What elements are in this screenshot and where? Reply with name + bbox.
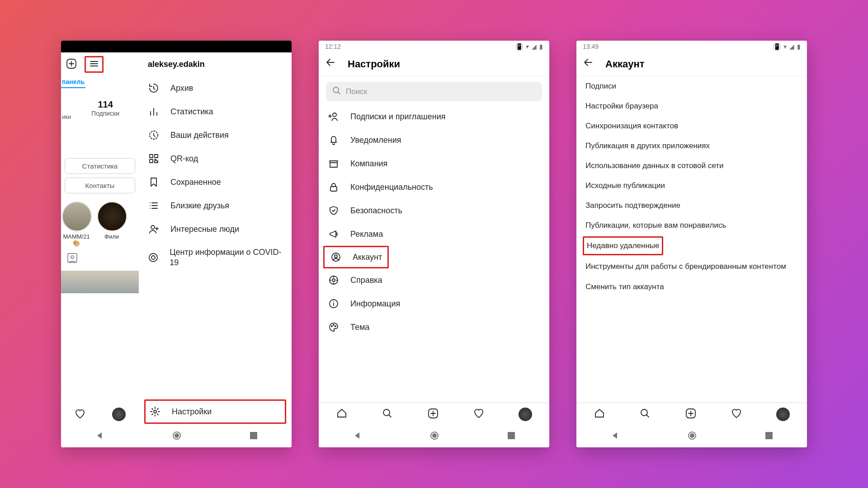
wifi-icon: ▾ (783, 43, 787, 50)
settings-search[interactable]: Поиск (326, 82, 542, 101)
account-item-captions[interactable]: Подписи (576, 76, 807, 96)
account-item-cellular[interactable]: Использование данных в сотовой сети (576, 156, 807, 176)
svg-point-8 (149, 253, 157, 262)
following-count[interactable]: 114 (72, 99, 139, 110)
nav-activity-icon[interactable] (731, 408, 742, 421)
search-placeholder: Поиск (346, 87, 367, 96)
settings-help[interactable]: Справка (319, 268, 549, 292)
story-highlight-1[interactable]: МАММ/21 🎨 (62, 202, 91, 247)
nav-home-icon[interactable] (336, 408, 348, 421)
chart-icon (148, 106, 160, 117)
settings-security[interactable]: Безопасность (319, 199, 549, 222)
nav-activity-icon[interactable] (74, 408, 86, 421)
settings-theme[interactable]: Тема (319, 315, 549, 339)
back-icon[interactable] (583, 57, 594, 71)
nav-home-icon[interactable] (594, 408, 605, 421)
hamburger-icon[interactable] (89, 63, 99, 70)
statusbar-black (61, 41, 292, 52)
svg-point-18 (335, 255, 337, 258)
account-switch-type[interactable]: Сменить тип аккаунта (576, 277, 807, 297)
sysnav-back-icon[interactable] (353, 432, 361, 441)
sysnav-back-icon[interactable] (611, 432, 619, 441)
nav-search-icon[interactable] (382, 408, 393, 421)
menu-settings[interactable]: Настройки (146, 401, 285, 422)
menu-close-friends[interactable]: Близкие друзья (139, 194, 292, 217)
list-icon (148, 200, 160, 211)
svg-point-33 (690, 433, 694, 438)
settings-account[interactable]: Аккаунт (325, 247, 387, 267)
menu-discover-people[interactable]: Интересные люди (139, 217, 292, 241)
battery-icon: ▮ (539, 43, 543, 50)
palette-icon (328, 322, 340, 333)
account-item-browser[interactable]: Настройки браузера (576, 96, 807, 116)
signal-icon: ◢ (532, 43, 537, 50)
svg-point-28 (432, 433, 437, 438)
account-item-contacts-sync[interactable]: Синхронизация контактов (576, 116, 807, 136)
sysnav-back-icon[interactable] (95, 432, 104, 441)
nav-new-icon[interactable] (685, 408, 697, 421)
sysnav-home-icon[interactable] (430, 431, 439, 442)
bottom-nav (319, 403, 549, 426)
back-icon[interactable] (325, 57, 337, 71)
sysnav-recent-icon[interactable] (250, 432, 257, 441)
covid-icon (148, 252, 159, 263)
sysnav-recent-icon[interactable] (765, 432, 773, 441)
settings-ads[interactable]: Реклама (319, 222, 549, 246)
followers-label-partial: ики (61, 89, 72, 120)
svg-point-7 (151, 225, 155, 229)
account-item-sharing[interactable]: Публикация в других приложениях (576, 136, 807, 156)
contacts-button[interactable]: Контакты (65, 178, 135, 193)
nav-new-icon[interactable] (427, 408, 439, 421)
menu-qr[interactable]: QR-код (139, 147, 292, 170)
settings-title: Настройки (348, 58, 543, 70)
settings-follow[interactable]: Подписки и приглашения (319, 105, 549, 128)
signal-icon: ◢ (789, 43, 794, 50)
system-nav (319, 426, 549, 447)
svg-point-15 (333, 113, 336, 117)
sysnav-recent-icon[interactable] (508, 432, 515, 441)
sysnav-home-icon[interactable] (688, 431, 697, 442)
following-label: Подписки (72, 110, 139, 117)
account-item-verification[interactable]: Запросить подтверждение (576, 196, 807, 216)
nav-activity-icon[interactable] (473, 408, 485, 421)
menu-archive[interactable]: Архив (139, 76, 292, 100)
new-post-icon[interactable] (66, 58, 77, 71)
account-item-original[interactable]: Исходные публикации (576, 176, 807, 196)
wifi-icon: ▾ (526, 43, 529, 50)
hamburger-highlight (85, 56, 104, 73)
dashboard-tab[interactable]: панель (61, 76, 85, 88)
menu-insights[interactable]: Статистика (139, 100, 292, 123)
nav-search-icon[interactable] (639, 408, 651, 421)
insights-button[interactable]: Статистика (65, 158, 135, 174)
story-highlight-2[interactable]: Фили (97, 202, 126, 247)
settings-privacy[interactable]: Конфиденциальность (319, 175, 549, 199)
sysnav-home-icon[interactable] (172, 431, 181, 442)
menu-saved[interactable]: Сохраненное (139, 170, 292, 194)
tagged-tab-icon[interactable] (66, 258, 78, 265)
settings-business[interactable]: Компания (319, 152, 549, 175)
nav-profile-avatar[interactable] (776, 408, 790, 421)
screen-settings: 12:12 📳 ▾ ◢ ▮ Настройки Поиск Подписки и… (319, 41, 549, 447)
account-item-liked[interactable]: Публикации, которые вам понравились (576, 216, 807, 235)
settings-notifications[interactable]: Уведомления (319, 128, 549, 152)
nav-profile-avatar[interactable] (519, 408, 532, 421)
megaphone-icon (328, 229, 340, 239)
svg-point-20 (332, 279, 335, 282)
menu-activity[interactable]: Ваши действия (139, 123, 292, 147)
grid-photo-preview[interactable] (61, 271, 139, 293)
nav-profile-avatar[interactable] (112, 408, 126, 421)
lock-icon (328, 182, 340, 192)
status-time: 13:49 (583, 43, 599, 50)
account-item-branded[interactable]: Инструменты для работы с брендированным … (576, 256, 807, 277)
settings-highlight: Настройки (144, 399, 286, 424)
svg-rect-6 (150, 160, 153, 163)
drawer-username: aleksey.edakin (139, 52, 292, 76)
settings-about[interactable]: Информация (319, 292, 549, 315)
gear-icon (149, 406, 161, 417)
bottom-nav (576, 403, 807, 426)
profile-background-left: панель ики 114 Подписки Статистика Конта… (61, 52, 139, 426)
statusbar: 12:12 📳 ▾ ◢ ▮ (319, 41, 549, 52)
account-item-recently-deleted[interactable]: Недавно удаленные (584, 238, 662, 254)
help-icon (328, 275, 340, 286)
menu-covid[interactable]: Центр информации о COVID-19 (139, 241, 292, 275)
